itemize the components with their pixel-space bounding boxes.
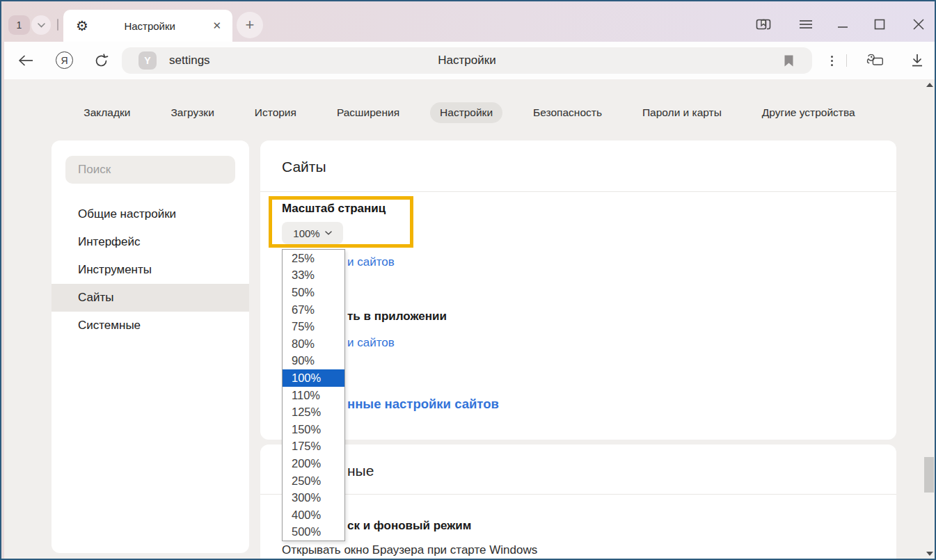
site-settings-link2-fragment[interactable]: и сайтов <box>347 336 395 350</box>
yandex-logo-button[interactable]: Я <box>56 51 73 69</box>
browser-window: 1 ⚙ Настройки ✕ + <box>0 0 936 560</box>
new-tab-button[interactable]: + <box>237 12 263 38</box>
maximize-button[interactable] <box>871 15 889 33</box>
refresh-icon <box>94 54 109 68</box>
nav-tab[interactable]: Другие устройства <box>752 102 865 123</box>
site-favicon: Y <box>138 51 157 70</box>
sidebar-item[interactable]: Общие настройки <box>51 200 249 228</box>
downloads-button[interactable] <box>908 51 926 70</box>
chevron-down-icon <box>38 23 45 28</box>
zoom-option[interactable]: 50% <box>283 284 344 301</box>
maximize-icon <box>874 19 885 30</box>
nav-tab[interactable]: Загрузки <box>161 102 223 123</box>
tabstrip-divider <box>57 19 58 31</box>
zoom-option[interactable]: 100% <box>283 369 344 387</box>
bookmark-flag-icon[interactable] <box>784 54 794 67</box>
open-on-windows-start-label[interactable]: Открывать окно Браузера при старте Windo… <box>282 543 537 557</box>
system-section-card: ные ск и фоновый режим Открывать окно Бр… <box>260 445 896 560</box>
settings-nav-tabs: ЗакладкиЗагрузкиИсторияРасширенияНастрой… <box>1 102 936 123</box>
back-button[interactable] <box>17 51 35 70</box>
toolbar: Я Y settings Настройки <box>1 42 935 79</box>
zoom-dropdown-list: 25%33%50%67%75%80%90%100%110%125%150%175… <box>282 249 345 541</box>
close-icon <box>913 19 924 30</box>
section-divider <box>260 494 896 495</box>
settings-sidebar: Общие настройкиИнтерфейсИнструментыСайты… <box>51 141 249 553</box>
system-section-title-fragment: ные <box>347 463 374 479</box>
side-panel-button[interactable] <box>754 15 772 33</box>
toolbar-divider <box>846 54 847 67</box>
zoom-option[interactable]: 200% <box>283 455 344 472</box>
nav-tab[interactable]: Пароли и карты <box>633 102 731 123</box>
hamburger-menu-icon <box>799 19 813 29</box>
settings-search-input[interactable] <box>65 156 235 184</box>
page-scrollbar[interactable] <box>923 79 935 560</box>
zoom-option[interactable]: 67% <box>283 301 344 319</box>
url-text[interactable]: settings <box>169 54 210 67</box>
section-divider <box>260 191 896 192</box>
page-zoom-value: 100% <box>293 227 319 239</box>
sidebar-item[interactable]: Сайты <box>51 284 249 312</box>
zoom-option[interactable]: 150% <box>283 421 344 438</box>
minimize-button[interactable] <box>834 15 852 33</box>
zoom-option[interactable]: 300% <box>283 489 344 506</box>
open-in-app-label-fragment: ть в приложении <box>347 310 447 323</box>
nav-tab[interactable]: История <box>245 102 306 123</box>
zoom-option[interactable]: 500% <box>283 524 344 541</box>
window-edge-strip <box>1 1 4 559</box>
tab-title: Настройки <box>88 20 211 32</box>
sites-section-card: Сайты и сайтов ть в приложении и сайтов … <box>260 141 896 440</box>
close-window-button[interactable] <box>910 15 928 33</box>
section-title: Сайты <box>282 159 326 175</box>
browser-menu-button[interactable] <box>797 15 815 33</box>
zoom-option[interactable]: 80% <box>283 335 344 353</box>
tab-list-chevron-button[interactable] <box>31 15 51 35</box>
sidebar-item[interactable]: Системные <box>51 312 249 339</box>
zoom-option[interactable]: 125% <box>283 403 344 421</box>
zoom-option[interactable]: 75% <box>283 318 344 335</box>
plus-icon: + <box>246 16 255 34</box>
sidebar-item[interactable]: Инструменты <box>51 256 249 284</box>
site-settings-link-fragment[interactable]: и сайтов <box>347 255 395 269</box>
minimize-icon <box>837 19 848 30</box>
passwords-cards-button[interactable] <box>866 51 884 70</box>
autostart-label-fragment: ск и фоновый режим <box>347 519 471 533</box>
address-bar[interactable]: Y settings Настройки <box>122 47 812 74</box>
settings-gear-icon: ⚙ <box>76 19 88 33</box>
kebab-icon <box>831 56 833 66</box>
zoom-option[interactable]: 33% <box>283 267 344 285</box>
nav-tab[interactable]: Настройки <box>430 102 502 123</box>
download-icon <box>911 54 923 67</box>
page-zoom-label: Масштаб страниц <box>282 202 386 216</box>
panels-bookmark-icon <box>756 17 771 32</box>
page-title: Настройки <box>122 54 812 67</box>
scrollbar-thumb[interactable] <box>924 457 934 493</box>
page-zoom-select[interactable]: 100% <box>282 222 343 244</box>
zoom-option[interactable]: 250% <box>283 472 344 490</box>
zoom-option[interactable]: 175% <box>283 438 344 456</box>
tab-close-icon[interactable]: ✕ <box>211 19 223 32</box>
active-tab[interactable]: ⚙ Настройки ✕ <box>63 10 232 42</box>
zoom-option[interactable]: 90% <box>283 353 344 370</box>
nav-tab[interactable]: Безопасность <box>523 102 612 123</box>
zoom-option[interactable]: 110% <box>283 387 344 404</box>
tab-strip: 1 ⚙ Настройки ✕ + <box>1 1 935 42</box>
zoom-option[interactable]: 25% <box>283 250 344 267</box>
settings-page: ЗакладкиЗагрузкиИсторияРасширенияНастрой… <box>1 79 936 560</box>
scroll-up-arrow-icon[interactable] <box>926 83 933 87</box>
refresh-button[interactable] <box>92 51 110 70</box>
back-arrow-icon <box>18 55 33 66</box>
nav-tab[interactable]: Расширения <box>327 102 409 123</box>
advanced-site-settings-link-fragment[interactable]: нные настройки сайтов <box>347 397 499 412</box>
tab-counter-button[interactable]: 1 <box>8 15 30 35</box>
nav-tab[interactable]: Закладки <box>74 102 140 123</box>
key-card-icon <box>866 52 884 69</box>
sidebar-section-list: Общие настройкиИнтерфейсИнструментыСайты… <box>51 200 249 339</box>
scroll-down-arrow-icon[interactable] <box>926 552 933 556</box>
zoom-option[interactable]: 400% <box>283 506 344 524</box>
chevron-down-icon <box>325 231 332 235</box>
sidebar-item[interactable]: Интерфейс <box>51 228 249 256</box>
more-actions-button[interactable] <box>823 51 841 70</box>
